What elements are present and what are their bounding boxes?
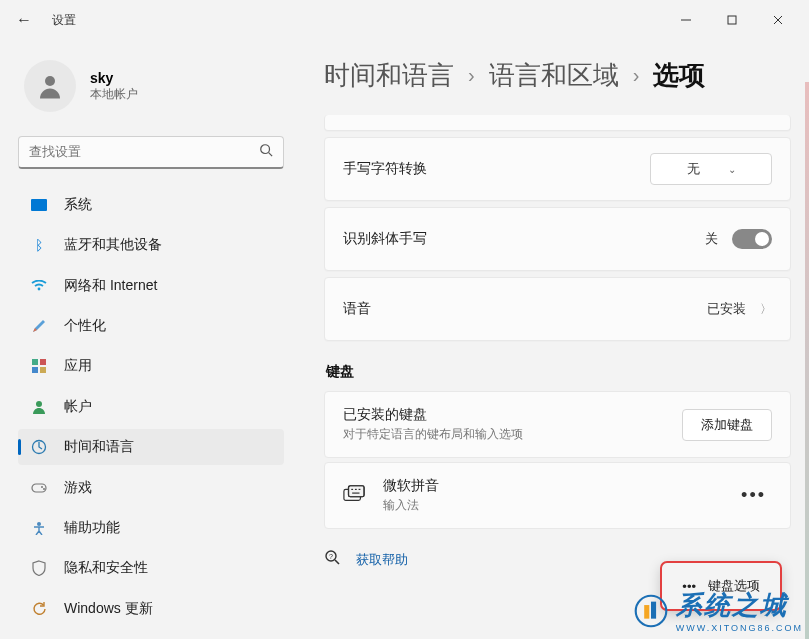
svg-rect-7 [31, 199, 47, 211]
svg-text:?: ? [329, 553, 333, 560]
sidebar-item-apps[interactable]: 应用 [18, 348, 284, 384]
svg-line-27 [335, 560, 339, 564]
svg-point-8 [38, 287, 41, 290]
sidebar-item-system[interactable]: 系统 [18, 187, 284, 223]
globe-clock-icon [30, 438, 48, 456]
svg-point-4 [45, 76, 55, 86]
card-stub [324, 115, 791, 131]
close-button[interactable] [755, 4, 801, 36]
nav-label: 时间和语言 [64, 438, 134, 456]
svg-line-6 [269, 153, 273, 157]
svg-rect-1 [728, 16, 736, 24]
chevron-right-icon: 〉 [760, 301, 772, 318]
nav-label: Windows 更新 [64, 600, 153, 618]
person-icon [30, 398, 48, 416]
svg-rect-11 [32, 367, 38, 373]
chevron-right-icon: › [468, 64, 475, 87]
card-voice[interactable]: 语音 已安装 〉 [324, 277, 791, 341]
nav-label: 帐户 [64, 398, 92, 416]
nav-label: 个性化 [64, 317, 106, 335]
sidebar-item-accounts[interactable]: 帐户 [18, 389, 284, 425]
sidebar-item-gaming[interactable]: 游戏 [18, 469, 284, 505]
sidebar-item-time-language[interactable]: 时间和语言 [18, 429, 284, 465]
decorative-edge [805, 82, 809, 639]
svg-point-16 [41, 486, 43, 488]
crumb-options: 选项 [653, 58, 705, 93]
keyboard-context-menu: ••• 键盘选项 [661, 562, 781, 610]
svg-rect-9 [32, 359, 38, 365]
maximize-button[interactable] [709, 4, 755, 36]
keyboard-section-title: 键盘 [326, 363, 791, 381]
svg-point-18 [37, 522, 41, 526]
back-button[interactable]: ← [8, 4, 40, 36]
system-icon [30, 196, 48, 214]
ime-name: 微软拼音 [383, 477, 439, 495]
search-field[interactable] [29, 144, 259, 159]
help-icon: ? [324, 549, 342, 570]
sidebar-item-network[interactable]: 网络和 Internet [18, 267, 284, 303]
avatar [24, 60, 76, 112]
shield-icon [30, 559, 48, 577]
nav-label: 应用 [64, 357, 92, 375]
nav-label: 隐私和安全性 [64, 559, 148, 577]
apps-icon [30, 357, 48, 375]
svg-rect-20 [349, 485, 365, 496]
svg-point-5 [261, 145, 270, 154]
sidebar-item-personalization[interactable]: 个性化 [18, 308, 284, 344]
update-icon [30, 600, 48, 618]
help-label: 获取帮助 [356, 551, 408, 569]
sidebar: sky 本地帐户 系统 ᛒ蓝牙和其他设备 网络和 Internet 个性化 应用… [0, 40, 300, 639]
svg-point-17 [43, 488, 45, 490]
ime-desc: 输入法 [383, 497, 439, 514]
sidebar-item-update[interactable]: Windows 更新 [18, 591, 284, 627]
chevron-down-icon: ⌄ [728, 164, 736, 175]
installed-title: 已安装的键盘 [343, 406, 523, 424]
nav-label: 网络和 Internet [64, 277, 157, 295]
crumb-time-language[interactable]: 时间和语言 [324, 58, 454, 93]
main-content: 时间和语言 › 语言和区域 › 选项 手写字符转换 无 ⌄ 识别斜体手写 关 [300, 40, 809, 639]
user-account-type: 本地帐户 [90, 86, 138, 103]
handwriting-label: 手写字符转换 [343, 160, 427, 178]
more-icon: ••• [682, 579, 696, 594]
card-handwriting: 手写字符转换 无 ⌄ [324, 137, 791, 201]
accessibility-icon [30, 519, 48, 537]
italic-toggle[interactable] [732, 229, 772, 249]
sidebar-item-accessibility[interactable]: 辅助功能 [18, 510, 284, 546]
chevron-right-icon: › [633, 64, 640, 87]
nav-label: 系统 [64, 196, 92, 214]
installed-keyboards-header: 已安装的键盘 对于特定语言的键布局和输入选项 添加键盘 [324, 391, 791, 458]
svg-rect-15 [32, 484, 46, 492]
voice-status: 已安装 [707, 300, 746, 318]
user-profile[interactable]: sky 本地帐户 [18, 52, 284, 126]
italic-label: 识别斜体手写 [343, 230, 427, 248]
svg-point-13 [36, 401, 42, 407]
nav-label: 蓝牙和其他设备 [64, 236, 162, 254]
keyboard-item-ms-pinyin: 微软拼音 输入法 ••• [324, 462, 791, 529]
brush-icon [30, 317, 48, 335]
voice-label: 语音 [343, 300, 371, 318]
keyboard-more-button[interactable]: ••• [735, 481, 772, 510]
toggle-state: 关 [705, 230, 718, 248]
search-icon [259, 143, 273, 160]
keyboard-icon [343, 483, 365, 509]
window-title: 设置 [52, 12, 76, 29]
handwriting-select[interactable]: 无 ⌄ [650, 153, 772, 185]
menu-keyboard-options[interactable]: ••• 键盘选项 [666, 569, 776, 603]
crumb-language-region[interactable]: 语言和区域 [489, 58, 619, 93]
svg-rect-10 [40, 359, 46, 365]
breadcrumb: 时间和语言 › 语言和区域 › 选项 [324, 58, 791, 93]
nav-label: 游戏 [64, 479, 92, 497]
select-value: 无 [687, 160, 700, 178]
sidebar-item-privacy[interactable]: 隐私和安全性 [18, 550, 284, 586]
minimize-button[interactable] [663, 4, 709, 36]
gamepad-icon [30, 479, 48, 497]
card-italic-handwriting: 识别斜体手写 关 [324, 207, 791, 271]
sidebar-item-bluetooth[interactable]: ᛒ蓝牙和其他设备 [18, 227, 284, 263]
svg-rect-12 [40, 367, 46, 373]
menu-label: 键盘选项 [708, 577, 760, 595]
installed-desc: 对于特定语言的键布局和输入选项 [343, 426, 523, 443]
wifi-icon [30, 277, 48, 295]
nav-label: 辅助功能 [64, 519, 120, 537]
search-input[interactable] [18, 136, 284, 169]
add-keyboard-button[interactable]: 添加键盘 [682, 409, 772, 441]
